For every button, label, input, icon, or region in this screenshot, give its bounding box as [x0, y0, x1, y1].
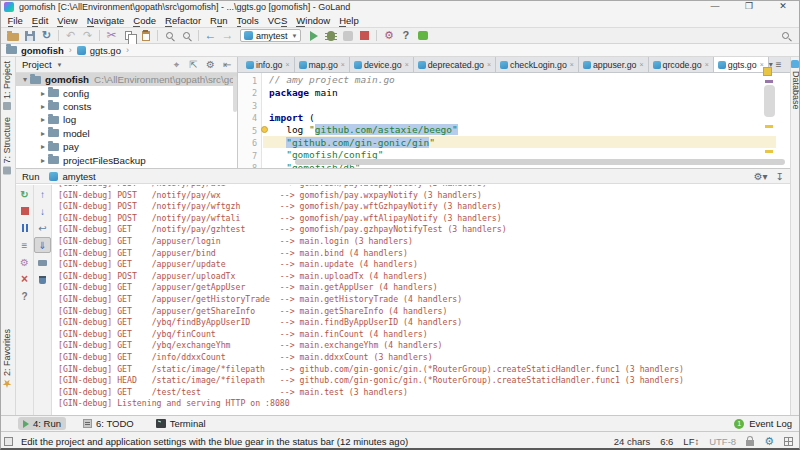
editor-tab-qrcode.go[interactable]: qrcode.go×	[649, 57, 714, 72]
tool-window-button-database[interactable]: Database	[791, 71, 800, 110]
encoding-widget[interactable]: UTF-8	[709, 436, 736, 447]
menu-run[interactable]: Run	[206, 15, 232, 26]
lock-icon[interactable]	[746, 440, 754, 446]
close-button[interactable]: ✕	[766, 0, 800, 14]
locate-icon[interactable]: ⌖	[171, 59, 182, 71]
close-tab-icon[interactable]: ×	[487, 61, 491, 68]
chevron-collapsed-icon[interactable]: ▸	[38, 142, 48, 151]
print-icon[interactable]	[34, 254, 51, 270]
tool-window-switcher-icon[interactable]	[4, 437, 13, 446]
line-separator-widget[interactable]: LF↕	[683, 436, 699, 447]
project-scrollbar[interactable]	[233, 76, 237, 112]
tool-window-button-project[interactable]: 1: Project	[2, 61, 12, 110]
chevron-collapsed-icon[interactable]: ▸	[38, 129, 48, 138]
up-icon[interactable]: ↑	[34, 186, 51, 202]
tool-window-button-favorites[interactable]: 2: Favorites	[2, 329, 12, 388]
close-icon[interactable]: ×	[16, 271, 33, 287]
inspections-profile-icon[interactable]	[784, 437, 793, 446]
paste-icon[interactable]	[139, 29, 153, 42]
cut-icon[interactable]: ✂	[105, 29, 119, 42]
restore-button[interactable]: ❐	[732, 0, 766, 14]
close-tab-icon[interactable]: ×	[570, 61, 574, 68]
menu-help[interactable]: Help	[335, 15, 364, 26]
debug-icon[interactable]	[324, 29, 338, 42]
menu-view[interactable]: View	[53, 15, 82, 26]
menu-window[interactable]: Window	[292, 15, 335, 26]
intention-bulb-icon[interactable]	[261, 126, 268, 133]
coverage-icon[interactable]	[341, 29, 355, 42]
chevron-down-icon[interactable]: ▼	[57, 62, 63, 68]
menu-tools[interactable]: Tools	[232, 15, 263, 26]
selection-chars-widget[interactable]: 24 chars	[614, 436, 650, 447]
pause-icon[interactable]	[16, 220, 33, 236]
horizontal-scrollbar[interactable]	[295, 159, 785, 165]
help-icon[interactable]: ?	[16, 288, 33, 304]
menu-navigate[interactable]: Navigate	[82, 15, 129, 26]
back-icon[interactable]: ←	[204, 29, 218, 42]
tree-item-root[interactable]: ▾gomofishC:\AllEnvironment\gopath\src\go…	[16, 73, 237, 86]
find-icon[interactable]	[163, 29, 177, 42]
code-editor[interactable]: 12345678 // amy project main.gopackage m…	[238, 73, 790, 168]
chevron-expanded-icon[interactable]: ▾	[20, 75, 30, 84]
tree-item-projectFilesBackup[interactable]: ▸projectFilesBackup	[16, 153, 237, 166]
stop-icon[interactable]	[358, 29, 372, 42]
tree-item-log[interactable]: ▸log	[16, 113, 237, 126]
help-icon[interactable]: ?	[399, 29, 413, 42]
rerun-icon[interactable]: ↻	[16, 186, 33, 202]
sync-icon[interactable]: ↻	[40, 29, 54, 42]
gear-icon[interactable]: ⚙	[205, 59, 216, 70]
hide-icon[interactable]: ⇤	[222, 59, 233, 70]
vertical-scrollbar[interactable]	[764, 85, 775, 117]
tree-item-pay[interactable]: ▸pay	[16, 140, 237, 153]
chevron-collapsed-icon[interactable]: ▸	[38, 102, 48, 111]
open-icon[interactable]	[6, 29, 20, 42]
down-icon[interactable]: ↓	[34, 203, 51, 219]
close-tab-icon[interactable]: ×	[639, 61, 643, 68]
editor-tab-map.go[interactable]: map.go×	[295, 57, 350, 72]
close-tab-icon[interactable]: ×	[341, 61, 345, 68]
settings-icon[interactable]: ⚙	[382, 29, 396, 42]
run-tab-amytest[interactable]: amytest	[49, 171, 95, 182]
gear-icon[interactable]: ⚙▾	[754, 171, 768, 182]
undo-icon[interactable]: ↶	[64, 29, 78, 42]
run-icon[interactable]	[307, 29, 321, 42]
inspection-status-icon[interactable]	[763, 67, 772, 76]
menu-file[interactable]: File	[3, 15, 27, 26]
status-message[interactable]: Edit the project and application setting…	[21, 436, 408, 447]
editor-tab-info.go[interactable]: info.go×	[242, 57, 295, 72]
minimize-button[interactable]: —	[698, 0, 732, 14]
settings-icon[interactable]: ⚙	[16, 254, 33, 270]
clear-icon[interactable]	[34, 271, 51, 287]
tree-item-config[interactable]: ▸config	[16, 86, 237, 99]
menu-code[interactable]: Code	[129, 15, 161, 26]
copy-icon[interactable]	[122, 29, 136, 42]
tree-item-model[interactable]: ▸model	[16, 127, 237, 140]
editor-tab-ggts.go[interactable]: ggts.go×	[714, 57, 769, 72]
breadcrumb-gomofish[interactable]: gomofish	[6, 45, 64, 56]
chevron-collapsed-icon[interactable]: ▸	[38, 89, 48, 98]
editor-tab-checkLogin.go[interactable]: checkLogin.go×	[496, 57, 579, 72]
feedback-icon[interactable]	[416, 29, 430, 42]
chevron-collapsed-icon[interactable]: ▸	[38, 156, 48, 165]
event-log-button[interactable]: 1 Event Log	[734, 418, 792, 429]
redo-icon[interactable]: ↷	[81, 29, 95, 42]
tool-window-button-terminal[interactable]: Terminal	[151, 417, 211, 430]
softwrap-icon[interactable]: ↩	[34, 220, 51, 236]
tool-window-button-structure[interactable]: 7: Structure	[2, 117, 12, 175]
tab-list-icon[interactable]: ≡	[776, 59, 782, 70]
forward-icon[interactable]: →	[221, 29, 235, 42]
tool-window-button-6todo[interactable]: 6: TODO	[78, 417, 139, 430]
search-everywhere-icon[interactable]	[780, 30, 792, 42]
close-tab-icon[interactable]: ×	[285, 61, 289, 68]
stop-icon[interactable]	[16, 203, 33, 219]
collapse-all-icon[interactable]: ⇱	[188, 59, 199, 70]
scrollend-icon[interactable]: ⇓	[34, 237, 51, 253]
editor-tab-deprecated.go[interactable]: deprecated.go×	[414, 57, 496, 72]
editor-tab-device.go[interactable]: device.go×	[350, 57, 414, 72]
menu-edit[interactable]: Edit	[27, 15, 52, 26]
tree-item-consts[interactable]: ▸consts	[16, 100, 237, 113]
caret-position-widget[interactable]: 6:6	[660, 436, 673, 447]
menu-refactor[interactable]: Refactor	[161, 15, 206, 26]
save-icon[interactable]	[23, 29, 37, 42]
run-console[interactable]: [GIN-debug] POST /notify/pay/ali --> gom…	[53, 185, 790, 415]
